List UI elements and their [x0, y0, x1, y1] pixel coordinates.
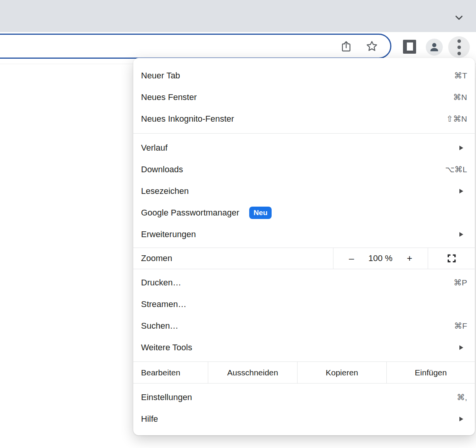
menu-item-extensions[interactable]: Erweiterungen	[133, 224, 475, 245]
edit-row: Bearbeiten Ausschneiden Kopieren Einfüge…	[133, 361, 475, 384]
share-icon	[340, 40, 353, 53]
menu-item-cast[interactable]: Streamen…	[133, 294, 475, 315]
menu-item-label: Weitere Tools	[141, 343, 192, 353]
submenu-arrow-icon	[459, 345, 463, 350]
fullscreen-button[interactable]	[428, 248, 475, 269]
tab-strip	[0, 0, 476, 32]
menu-item-password-manager[interactable]: Google Passwortmanager Neu	[133, 202, 475, 224]
kebab-menu-icon	[457, 39, 461, 55]
submenu-arrow-icon	[459, 232, 463, 237]
menu-item-downloads[interactable]: Downloads ⌥⌘L	[133, 159, 475, 180]
submenu-arrow-icon	[459, 417, 463, 421]
bookmark-button[interactable]	[365, 39, 379, 53]
address-bar[interactable]	[0, 34, 391, 59]
menu-item-label: Lesezeichen	[141, 186, 189, 196]
menu-item-label: Einstellungen	[141, 392, 192, 402]
shortcut-label: ⌘,	[457, 393, 467, 402]
cut-button-label: Ausschneiden	[227, 368, 278, 377]
menu-item-settings[interactable]: Einstellungen ⌘,	[133, 387, 475, 408]
menu-item-print[interactable]: Drucken… ⌘P	[133, 272, 475, 294]
menu-separator	[133, 133, 475, 134]
cut-button[interactable]: Ausschneiden	[208, 362, 297, 383]
zoom-controls: – 100 % +	[333, 248, 428, 269]
menu-item-more-tools[interactable]: Weitere Tools	[133, 337, 475, 358]
shortcut-label: ⇧⌘N	[446, 114, 467, 124]
shortcut-label: ⌘N	[453, 93, 467, 102]
paste-button[interactable]: Einfügen	[386, 362, 475, 383]
menu-item-new-window[interactable]: Neues Fenster ⌘N	[133, 87, 475, 108]
zoom-row: Zoomen – 100 % +	[133, 248, 475, 269]
shortcut-label: ⌘T	[454, 71, 467, 80]
chevron-down-icon	[454, 13, 464, 23]
zoom-in-button[interactable]: +	[405, 252, 415, 265]
browser-menu-button[interactable]	[448, 36, 470, 58]
menu-item-label: Neuer Tab	[141, 71, 180, 81]
share-button[interactable]	[339, 39, 353, 53]
menu-item-label: Neues Fenster	[141, 92, 197, 102]
browser-menu-popup: Neuer Tab ⌘T Neues Fenster ⌘N Neues Inko…	[133, 58, 475, 435]
menu-item-label: Neues Inkognito-Fenster	[141, 114, 234, 124]
shortcut-label: ⌘F	[454, 321, 467, 331]
submenu-arrow-icon	[459, 146, 463, 150]
menu-item-label: Downloads	[141, 165, 183, 175]
zoom-level-value: 100 %	[368, 253, 392, 263]
side-panel-button[interactable]	[403, 40, 416, 54]
edit-label-text: Bearbeiten	[141, 368, 180, 377]
menu-item-history[interactable]: Verlauf	[133, 137, 475, 159]
paste-button-label: Einfügen	[415, 368, 447, 377]
menu-item-find[interactable]: Suchen… ⌘F	[133, 315, 475, 337]
menu-item-bookmarks[interactable]: Lesezeichen	[133, 180, 475, 202]
menu-item-label: Erweiterungen	[141, 229, 196, 239]
zoom-out-button[interactable]: –	[347, 252, 356, 265]
menu-item-label: Google Passwortmanager	[141, 208, 239, 218]
menu-item-label: Hilfe	[141, 414, 158, 424]
menu-item-label: Drucken…	[141, 278, 181, 288]
shortcut-label: ⌘P	[454, 278, 467, 287]
menu-item-label: Streamen…	[141, 299, 186, 309]
copy-button-label: Kopieren	[326, 368, 358, 377]
shortcut-label: ⌥⌘L	[445, 165, 467, 174]
star-icon	[366, 40, 378, 53]
new-badge: Neu	[249, 207, 272, 219]
menu-item-new-incognito-window[interactable]: Neues Inkognito-Fenster ⇧⌘N	[133, 108, 475, 130]
menu-item-help[interactable]: Hilfe	[133, 408, 475, 430]
profile-button[interactable]	[426, 39, 443, 56]
menu-item-label: Suchen…	[141, 321, 178, 331]
profile-avatar-icon	[428, 41, 440, 53]
menu-item-label: Verlauf	[141, 143, 168, 153]
menu-item-new-tab[interactable]: Neuer Tab ⌘T	[133, 65, 475, 87]
submenu-arrow-icon	[459, 189, 463, 193]
zoom-label: Zoomen	[133, 248, 333, 269]
tab-search-chevron-button[interactable]	[454, 12, 464, 23]
copy-button[interactable]: Kopieren	[297, 362, 386, 383]
fullscreen-icon	[447, 253, 457, 263]
edit-label: Bearbeiten	[133, 362, 208, 383]
